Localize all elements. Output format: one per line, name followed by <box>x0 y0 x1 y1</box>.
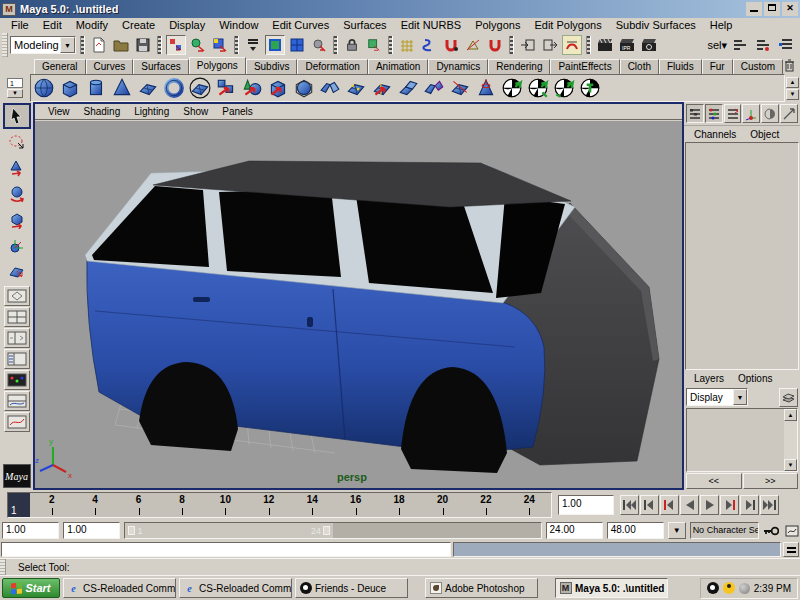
select-by-hierarchy-icon[interactable] <box>166 35 186 55</box>
shelf-tab-custom[interactable]: Custom <box>733 59 783 74</box>
mask-objects-icon[interactable] <box>265 35 285 55</box>
character-set-menu-icon[interactable]: ▼ <box>668 522 686 539</box>
layout-hypershade-persp-button[interactable] <box>4 370 30 390</box>
create-polygon-tool-icon[interactable] <box>187 75 213 101</box>
layer-next-button[interactable]: >> <box>743 473 799 489</box>
viewport-3d-area[interactable]: y z x persp <box>35 121 682 488</box>
poly-plane-icon[interactable] <box>135 75 161 101</box>
poly-sphere-icon[interactable] <box>31 75 57 101</box>
layer-list-scrollbar[interactable]: ▲ ▼ <box>784 409 797 471</box>
save-scene-icon[interactable] <box>133 35 153 55</box>
current-frame-marker[interactable]: 1 <box>8 493 30 517</box>
mirror-geometry-icon[interactable] <box>317 75 343 101</box>
key-ballistic-icon[interactable] <box>761 104 779 123</box>
scale-tool-button[interactable] <box>3 207 31 233</box>
extrude-face-icon[interactable] <box>395 75 421 101</box>
object-menu[interactable]: Object <box>744 129 785 140</box>
menu-edit[interactable]: Edit <box>36 18 69 33</box>
menu-polygons[interactable]: Polygons <box>468 18 527 33</box>
shelf-tab-rendering[interactable]: Rendering <box>488 59 550 74</box>
shelf-tab-subdivs[interactable]: Subdivs <box>246 59 298 74</box>
lock-icon[interactable] <box>342 35 362 55</box>
shelf-tab-fur[interactable]: Fur <box>702 59 733 74</box>
trash-icon[interactable] <box>783 58 796 74</box>
smooth-icon[interactable] <box>499 75 525 101</box>
drag-handle[interactable] <box>2 33 8 57</box>
quad-draw-icon[interactable] <box>577 75 603 101</box>
menu-subdiv-surfaces[interactable]: Subdiv Surfaces <box>609 18 703 33</box>
render-globals-icon[interactable] <box>639 35 659 55</box>
lasso-tool-button[interactable] <box>3 129 31 155</box>
scroll-up-icon[interactable]: ▲ <box>784 409 797 421</box>
menu-display[interactable]: Display <box>162 18 212 33</box>
shelf-tab-animation[interactable]: Animation <box>368 59 428 74</box>
menu-set-dropdown[interactable]: Modeling ▼ <box>10 36 76 54</box>
layer-prev-button[interactable]: << <box>686 473 742 489</box>
auto-keyframe-icon[interactable] <box>763 522 780 539</box>
layout-four-pane-button[interactable] <box>4 307 30 327</box>
aim-tray-icon[interactable] <box>723 582 735 594</box>
viewport-menu-shading[interactable]: Shading <box>77 106 128 117</box>
merge-edge-tool-icon[interactable] <box>421 75 447 101</box>
range-slider-bar[interactable]: 1 24 <box>125 523 333 538</box>
minimize-button[interactable] <box>746 2 762 16</box>
poly-cylinder-icon[interactable] <box>83 75 109 101</box>
viewport-menu-view[interactable]: View <box>41 106 77 117</box>
open-scene-icon[interactable] <box>111 35 131 55</box>
input-connections-icon[interactable] <box>518 35 538 55</box>
taskbar-item-browser-1[interactable]: e CS-Reloaded Community... <box>63 578 176 598</box>
perspective-viewport[interactable]: View Shading Lighting Show Panels <box>33 102 684 490</box>
animation-preferences-icon[interactable] <box>783 522 800 539</box>
highlight-selection-icon[interactable] <box>364 35 384 55</box>
titlebar[interactable]: M Maya 5.0: .\untitled ✕ <box>0 0 800 18</box>
taskbar-item-friends[interactable]: Friends - Deuce <box>295 578 408 598</box>
menu-edit-nurbs[interactable]: Edit NURBS <box>394 18 469 33</box>
new-scene-icon[interactable] <box>89 35 109 55</box>
selection-mask-dropdown-icon[interactable] <box>243 35 263 55</box>
menu-surfaces[interactable]: Surfaces <box>336 18 393 33</box>
move-tool-button[interactable] <box>3 155 31 181</box>
character-set-label[interactable]: No Character Set <box>690 522 759 539</box>
section-collapse-handle[interactable] <box>80 36 85 54</box>
taskbar-item-browser-2[interactable]: e CS-Reloaded Community... <box>179 578 292 598</box>
layer-list[interactable]: ▲ ▼ <box>686 408 798 472</box>
volume-tray-icon[interactable] <box>739 583 750 594</box>
shelf-tab-painteffects[interactable]: PaintEffects <box>550 59 619 74</box>
rotate-tool-button[interactable] <box>3 181 31 207</box>
transfer-icon[interactable] <box>551 75 577 101</box>
extract-icon[interactable] <box>265 75 291 101</box>
render-current-frame-icon[interactable] <box>595 35 615 55</box>
viewport-menu-panels[interactable]: Panels <box>215 106 260 117</box>
layout-outliner-persp-button[interactable] <box>4 349 30 369</box>
step-back-key-button[interactable] <box>660 495 679 515</box>
pick-mask-icon[interactable] <box>309 35 329 55</box>
viewport-menu-show[interactable]: Show <box>176 106 215 117</box>
command-result-field[interactable] <box>453 542 781 557</box>
shelf-selector-arrow[interactable]: ▼ <box>7 89 23 98</box>
menu-edit-polygons[interactable]: Edit Polygons <box>527 18 608 33</box>
go-to-end-button[interactable] <box>760 495 779 515</box>
current-time-field[interactable]: 1.00 <box>558 495 614 515</box>
combine-icon[interactable] <box>239 75 265 101</box>
channels-menu[interactable]: Channels <box>688 129 742 140</box>
average-vertices-icon[interactable] <box>525 75 551 101</box>
range-start-handle[interactable] <box>128 526 135 535</box>
layer-mode-dropdown[interactable]: Display ▼ <box>686 388 748 406</box>
chevron-down-icon[interactable]: ▼ <box>60 37 75 53</box>
poly-cube-icon[interactable] <box>57 75 83 101</box>
shelf-selector-field[interactable]: 1 <box>7 78 23 88</box>
sculpt-polygons-tool-icon[interactable] <box>473 75 499 101</box>
close-button[interactable]: ✕ <box>782 2 798 16</box>
split-polygon-tool-icon[interactable] <box>369 75 395 101</box>
layout-hypergraph-button[interactable] <box>4 412 30 432</box>
construction-history-icon[interactable] <box>562 35 582 55</box>
viewport-menu-lighting[interactable]: Lighting <box>127 106 176 117</box>
taskbar-item-photoshop[interactable]: Adobe Photoshop <box>425 578 538 598</box>
shelf-scroll-up-icon[interactable]: ▲ <box>786 77 799 88</box>
numeric-input-icon[interactable] <box>776 35 796 55</box>
section-collapse-handle[interactable] <box>586 36 591 54</box>
poly-torus-icon[interactable] <box>161 75 187 101</box>
snap-to-grids-icon[interactable] <box>397 35 417 55</box>
steam-tray-icon[interactable] <box>707 582 719 594</box>
time-slider[interactable]: 1 2 4 6 8 10 12 14 16 18 20 22 24 <box>7 492 552 518</box>
